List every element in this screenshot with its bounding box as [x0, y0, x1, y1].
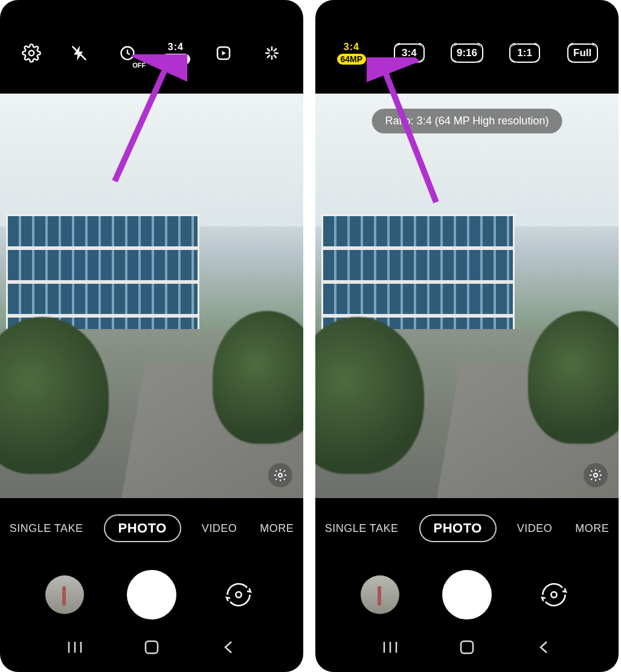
shutter-row	[315, 562, 619, 628]
nav-back[interactable]	[534, 638, 553, 657]
shutter-button[interactable]	[127, 570, 176, 619]
svg-line-9	[274, 55, 276, 57]
ratio-text: 3:4	[168, 42, 184, 53]
camera-viewfinder[interactable]	[0, 94, 303, 498]
svg-line-10	[268, 55, 269, 57]
motion-photo-button[interactable]	[209, 39, 238, 68]
mode-photo[interactable]: PHOTO	[419, 514, 497, 542]
mode-single-take[interactable]: SINGLE TAKE	[323, 519, 401, 539]
phone-screen-left: OFF 3:4 64MP	[0, 0, 303, 672]
svg-point-21	[551, 592, 556, 597]
filters-button[interactable]	[268, 463, 292, 487]
settings-button[interactable]	[17, 39, 46, 68]
svg-rect-25	[461, 641, 473, 653]
gallery-thumbnail[interactable]	[45, 575, 84, 614]
mode-single-take[interactable]: SINGLE TAKE	[7, 519, 86, 539]
mode-more[interactable]: MORE	[257, 519, 296, 539]
svg-point-12	[278, 473, 282, 477]
camera-top-toolbar: OFF 3:4 64MP	[0, 0, 303, 94]
ratio-text: 3:4	[344, 42, 359, 53]
mode-photo[interactable]: PHOTO	[104, 514, 181, 542]
ratio-1-1-button[interactable]: 1:1	[510, 39, 539, 68]
ratio-full-button[interactable]: Full	[568, 39, 597, 68]
mode-video[interactable]: VIDEO	[199, 519, 240, 539]
nav-home[interactable]	[457, 638, 477, 657]
system-nav-bar	[0, 633, 303, 661]
megapixel-badge: 64MP	[161, 54, 191, 65]
camera-mode-selector: SINGLE TAKE PHOTO VIDEO MORE	[0, 510, 303, 546]
mode-more[interactable]: MORE	[573, 519, 611, 539]
nav-recents[interactable]	[381, 638, 400, 657]
phone-screen-right: 3:4 64MP 3:4 9:16 1:1 Full Ratio: 3:4 (6…	[315, 0, 619, 672]
svg-point-0	[29, 50, 34, 56]
system-nav-bar	[315, 633, 619, 661]
gallery-thumbnail[interactable]	[361, 575, 399, 614]
megapixel-badge: 64MP	[337, 54, 367, 65]
effects-button[interactable]	[257, 39, 286, 68]
camera-viewfinder[interactable]	[315, 94, 619, 498]
filters-button[interactable]	[584, 463, 608, 487]
nav-home[interactable]	[142, 638, 161, 657]
switch-camera-button[interactable]	[535, 575, 573, 614]
camera-mode-selector: SINGLE TAKE PHOTO VIDEO MORE	[315, 510, 619, 546]
svg-point-19	[594, 473, 597, 477]
ratio-selection-toolbar: 3:4 64MP 3:4 9:16 1:1 Full	[315, 0, 619, 94]
ratio-9-16-button[interactable]: 9:16	[452, 39, 481, 68]
svg-line-11	[274, 48, 276, 50]
switch-camera-button[interactable]	[219, 575, 258, 614]
svg-rect-18	[146, 641, 158, 653]
nav-back[interactable]	[219, 638, 238, 657]
ratio-toast: Ratio: 3:4 (64 MP High resolution)	[372, 109, 562, 133]
ratio-3-4-button[interactable]: 3:4	[394, 39, 423, 68]
ratio-64mp-button[interactable]: 3:4 64MP	[337, 39, 366, 68]
shutter-row	[0, 562, 303, 628]
timer-button[interactable]: OFF	[113, 39, 142, 68]
mode-video[interactable]: VIDEO	[515, 519, 555, 539]
timer-off-label: OFF	[132, 62, 146, 69]
svg-line-8	[268, 48, 269, 50]
svg-point-14	[236, 592, 241, 597]
nav-recents[interactable]	[65, 638, 85, 657]
flash-off-button[interactable]	[65, 39, 94, 68]
aspect-ratio-button[interactable]: 3:4 64MP	[161, 39, 190, 68]
shutter-button[interactable]	[442, 570, 492, 619]
